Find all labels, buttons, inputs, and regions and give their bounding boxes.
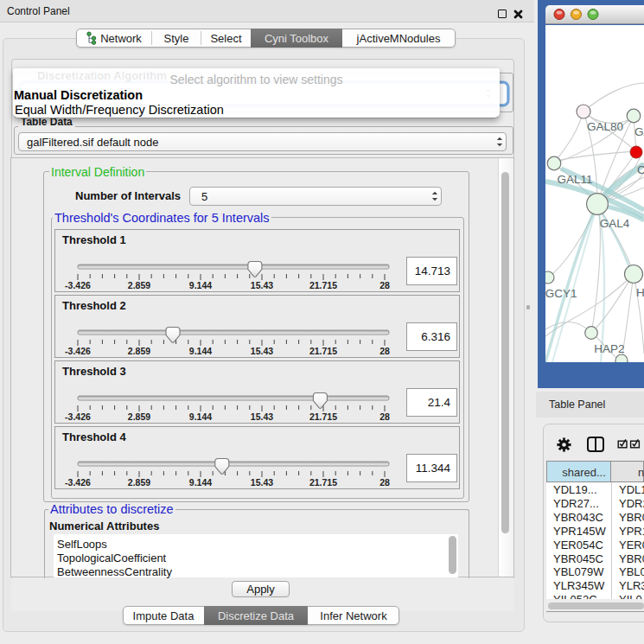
svg-text:HAP2: HAP2 [594,342,624,355]
svg-text:GAL4: GAL4 [600,217,630,230]
svg-text:GCY1: GCY1 [545,287,577,300]
svg-text:GAL80: GAL80 [587,120,623,133]
svg-text:GA: GA [634,125,644,138]
svg-text:H: H [636,286,644,299]
svg-text:C: C [637,163,644,176]
svg-text:GAL11: GAL11 [557,173,592,186]
